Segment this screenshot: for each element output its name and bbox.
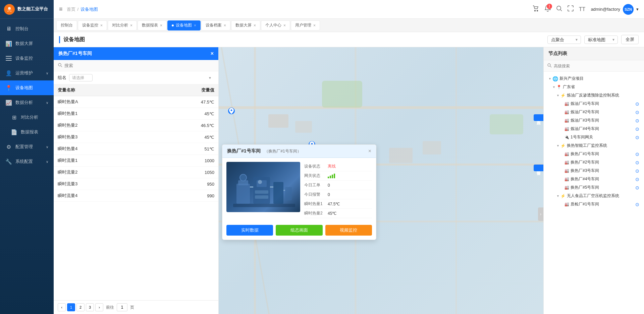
tab-personalcenter-close[interactable]: × bbox=[283, 23, 286, 28]
panel-filter: 组名 请选择 bbox=[54, 71, 218, 84]
tree-item-3[interactable]: 🏭炼油厂#1号车间⊙ bbox=[546, 100, 641, 108]
sidebar-item-sysconfig[interactable]: 🔧 系统配置 ∨ bbox=[0, 154, 54, 169]
tab-datascreen[interactable]: 数据大屏 × bbox=[231, 20, 260, 30]
tab-devicemonitor[interactable]: 设备监控 × bbox=[78, 20, 107, 30]
cart-icon[interactable] bbox=[533, 5, 539, 13]
goto-input[interactable] bbox=[117, 303, 127, 311]
tab-usermgmt[interactable]: 用户管理 × bbox=[291, 20, 320, 30]
tab-datareport[interactable]: 数据报表 × bbox=[138, 20, 167, 30]
tree-action-12[interactable]: ⊙ bbox=[635, 177, 639, 182]
map-marker-1[interactable] bbox=[228, 108, 235, 114]
tree-item-14[interactable]: ▼⚡无人食品工厂空压机监控系统 bbox=[546, 192, 641, 200]
tree-item-2[interactable]: ▼⚡炼油厂反渗透预除盐控制系统 bbox=[546, 91, 641, 100]
tree-action-10[interactable]: ⊙ bbox=[635, 160, 639, 165]
sidebar-item-compare[interactable]: ⊞ 对比分析 bbox=[0, 110, 54, 125]
page-header: 设备地图 点聚合 标准地图 全屏 bbox=[54, 32, 644, 47]
breadcrumb-home[interactable]: 首页 bbox=[67, 6, 75, 12]
panel-close-button[interactable]: × bbox=[211, 51, 214, 57]
font-size-icon[interactable]: TT bbox=[579, 6, 586, 12]
tree-label-1: 广东省 bbox=[563, 84, 639, 90]
tree-action-3[interactable]: ⊙ bbox=[635, 101, 639, 107]
tree-item-7[interactable]: 🔌1号车间网关⊙ bbox=[546, 133, 641, 141]
tab-devicemonitor-close[interactable]: × bbox=[100, 23, 103, 28]
fullscreen-icon[interactable] bbox=[568, 5, 574, 13]
fullscreen-button[interactable]: 全屏 bbox=[621, 35, 639, 44]
sidebar-item-console[interactable]: 🖥 控制台 bbox=[0, 21, 54, 36]
tree-item-9[interactable]: 🏭换热厂#1号车间⊙ bbox=[546, 150, 641, 158]
tree-item-4[interactable]: 🏭炼油厂#2号车间⊙ bbox=[546, 108, 641, 116]
heat2-label: 瞬时热量2 bbox=[304, 210, 328, 216]
prev-page-button[interactable]: ‹ bbox=[58, 303, 66, 311]
tree-item-0[interactable]: ▼🌐新兴产业项目 bbox=[546, 74, 641, 83]
map-area: 换热厂#1号车间 × 组名 请选择 bbox=[54, 47, 644, 314]
menu-toggle-icon[interactable]: ≡ bbox=[59, 6, 63, 13]
devicemap-icon: 📍 bbox=[5, 84, 12, 91]
maptype-select[interactable]: 标准地图 bbox=[584, 36, 618, 44]
diagram-button[interactable]: 组态画面 bbox=[276, 225, 322, 236]
node-search-input[interactable] bbox=[554, 64, 641, 68]
tab-datareport-close[interactable]: × bbox=[160, 23, 162, 28]
page-2-button[interactable]: 2 bbox=[76, 303, 85, 311]
datascreen-icon: 📊 bbox=[5, 40, 12, 47]
tab-compare[interactable]: 对比分析 × bbox=[108, 20, 137, 30]
tree-action-9[interactable]: ⊙ bbox=[635, 151, 639, 157]
panel-search-input[interactable] bbox=[64, 63, 214, 68]
next-page-button[interactable]: › bbox=[95, 303, 103, 311]
tab-compare-close[interactable]: × bbox=[130, 23, 132, 28]
tab-usermgmt-close[interactable]: × bbox=[313, 23, 316, 28]
sidebar-item-dataanalysis[interactable]: 📈 数据分析 ∨ bbox=[0, 95, 54, 110]
tree-action-5[interactable]: ⊙ bbox=[635, 118, 639, 123]
svg-rect-33 bbox=[285, 187, 292, 200]
tab-devicefile[interactable]: 设备档案 × bbox=[201, 20, 230, 30]
search-icon[interactable] bbox=[556, 5, 562, 13]
group-select[interactable]: 请选择 bbox=[69, 74, 93, 81]
tab-console[interactable]: 控制台 bbox=[56, 20, 77, 30]
node-search-icon bbox=[547, 63, 552, 69]
table-header: 变量名称 变量值 bbox=[54, 84, 218, 96]
tree-item-12[interactable]: 🏭换热厂#4号车间⊙ bbox=[546, 175, 641, 183]
tree-action-6[interactable]: ⊙ bbox=[635, 126, 639, 132]
page-1-button[interactable]: 1 bbox=[67, 303, 75, 311]
tree-action-15[interactable]: ⊙ bbox=[635, 202, 639, 207]
tree-action-13[interactable]: ⊙ bbox=[635, 185, 639, 190]
tab-personalcenter[interactable]: 个人中心 × bbox=[261, 20, 290, 30]
tree-item-6[interactable]: 🏭炼油厂#4号车间⊙ bbox=[546, 125, 641, 133]
tree-action-11[interactable]: ⊙ bbox=[635, 168, 639, 174]
tree-item-5[interactable]: 🏭炼油厂#3号车间⊙ bbox=[546, 116, 641, 125]
notification-icon[interactable]: 1 bbox=[545, 5, 551, 13]
page-3-button[interactable]: 3 bbox=[86, 303, 94, 311]
sidebar-item-configmgmt[interactable]: ⚙ 配置管理 ∨ bbox=[0, 139, 54, 154]
tree-item-10[interactable]: 🏭换热厂#2号车间⊙ bbox=[546, 158, 641, 167]
report-alarm-button[interactable]: 报警设备 bbox=[534, 165, 543, 171]
page-label: 页 bbox=[130, 305, 134, 310]
popup-close-button[interactable]: × bbox=[368, 148, 371, 154]
sidebar-item-devicemonitor[interactable]: 设备监控 bbox=[0, 51, 54, 66]
node-panel-tab[interactable]: 节点列表 bbox=[534, 114, 543, 121]
expand-panel-button[interactable]: › bbox=[538, 207, 543, 221]
tree-item-15[interactable]: 🏭质检厂#1号车间⊙ bbox=[546, 200, 641, 208]
signal-bars bbox=[328, 174, 372, 178]
panel-search-icon bbox=[58, 63, 62, 68]
tree-item-1[interactable]: ▼📍广东省 bbox=[546, 83, 641, 91]
svg-rect-32 bbox=[273, 182, 283, 204]
sidebar-item-operations[interactable]: 👤 运营维护 ∨ bbox=[0, 66, 54, 80]
tree-item-11[interactable]: 🏭换热厂#3号车间⊙ bbox=[546, 167, 641, 175]
header: ≡ 首页 / 设备地图 1 bbox=[54, 0, 644, 19]
signal-bar-3 bbox=[332, 175, 333, 178]
node-search bbox=[544, 60, 644, 72]
header-user[interactable]: admin@factory SZN ▾ bbox=[591, 4, 639, 15]
cluster-select[interactable]: 点聚合 bbox=[547, 36, 581, 44]
tree-action-4[interactable]: ⊙ bbox=[635, 110, 639, 115]
tree-item-13[interactable]: 🏭换热厂#5号车间⊙ bbox=[546, 183, 641, 192]
sidebar-item-datareport[interactable]: 📄 数据报表 bbox=[0, 125, 54, 139]
tab-devicefile-close[interactable]: × bbox=[224, 23, 226, 28]
tab-datascreen-close[interactable]: × bbox=[254, 23, 256, 28]
sidebar-item-datascreen[interactable]: 📊 数据大屏 bbox=[0, 36, 54, 51]
tab-devicemap[interactable]: 设备地图 × bbox=[167, 20, 201, 30]
tree-item-8[interactable]: ▼⚡换热智能工厂监控系统 bbox=[546, 141, 641, 150]
realtime-data-button[interactable]: 实时数据 bbox=[226, 225, 273, 236]
tree-action-7[interactable]: ⊙ bbox=[635, 135, 639, 140]
video-monitor-button[interactable]: 视频监控 bbox=[325, 225, 372, 236]
sidebar-item-devicemap[interactable]: 📍 设备地图 bbox=[0, 80, 54, 95]
tab-devicemap-close[interactable]: × bbox=[194, 23, 196, 28]
